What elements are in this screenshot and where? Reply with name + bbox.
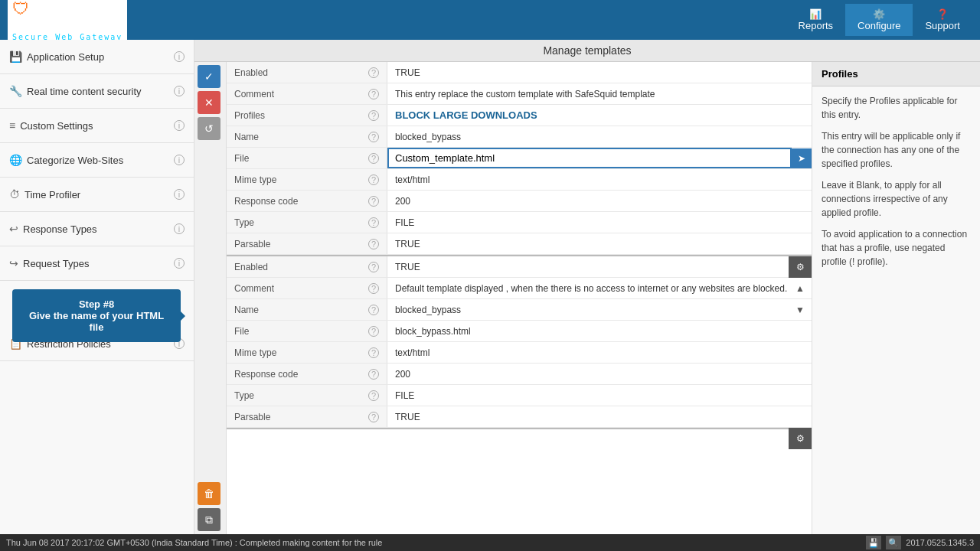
status-bar: Thu Jun 08 2017 20:17:02 GMT+0530 (India… xyxy=(0,534,980,551)
sidebar-item-categorize[interactable]: 🌐 Categorize Web-Sites i xyxy=(0,143,194,178)
sidebar-item-time-profiler[interactable]: ⏱ Time Profiler i xyxy=(0,178,194,212)
nav-reports[interactable]: 📊 Reports xyxy=(786,4,846,36)
type-row-2: Type ? FILE xyxy=(227,385,812,406)
delete-button[interactable]: ✕ xyxy=(198,91,220,114)
entry2-info-btn[interactable]: ⚙ xyxy=(789,428,812,449)
request-types-icon: ↪ xyxy=(9,257,18,269)
delete-entry-button[interactable]: 🗑 xyxy=(198,482,220,505)
name-value-2: blocked_bypass xyxy=(387,299,812,320)
info-icon-categorize[interactable]: i xyxy=(174,155,185,165)
nav-configure[interactable]: ⚙️ Configure xyxy=(845,4,913,36)
enabled-row-2: Enabled ? TRUE xyxy=(227,256,812,278)
name-value-1: blocked_bypass xyxy=(387,126,812,147)
header-nav: 📊 Reports ⚙️ Configure ❓ Support xyxy=(786,4,972,36)
comment-info-icon-1[interactable]: ? xyxy=(368,89,379,99)
name-info-icon-1[interactable]: ? xyxy=(368,132,379,142)
mime-info-icon-2[interactable]: ? xyxy=(368,347,379,358)
file-row-2: File ? block_bypass.html xyxy=(227,321,812,342)
sidebar-item-request-label: Request Types xyxy=(23,258,89,269)
mime-value-1: text/html xyxy=(387,169,812,190)
copy-button[interactable]: ⧉ xyxy=(198,508,220,531)
mime-row-2: Mime type ? text/html xyxy=(227,342,812,364)
parsable-row-1: Parsable ? TRUE xyxy=(227,233,812,255)
time-profiler-icon: ⏱ xyxy=(9,188,20,201)
mime-label-2: Mime type ? xyxy=(227,342,387,363)
info-icon-custom[interactable]: i xyxy=(174,120,185,131)
enabled-info-icon-2[interactable]: ? xyxy=(368,262,379,272)
logo-shield-icon: 🛡 xyxy=(12,0,29,18)
toolbar: ✓ ✕ ↺ 🗑 ⧉ xyxy=(194,62,227,534)
right-panel-para-1: Specify the Profiles applicable for this… xyxy=(822,94,971,122)
response-code-row-2: Response code ? 200 xyxy=(227,364,812,385)
enabled-value-2: TRUE xyxy=(387,256,812,277)
profiles-label-1: Profiles ? xyxy=(227,105,387,126)
logo: 🛡 SafeSquid® Secure Web Gateway xyxy=(8,0,127,43)
add-button[interactable]: ✓ xyxy=(198,65,220,88)
file-input-area-1: ➤ xyxy=(387,148,812,168)
sidebar-item-application-setup-label: Application Setup xyxy=(27,51,104,63)
sidebar-item-response-types[interactable]: ↩ Response Types i xyxy=(0,212,194,246)
entry2-up-btn[interactable]: ▲ xyxy=(789,278,812,299)
table-area: Enabled ? TRUE Comment ? This entry repl… xyxy=(227,62,812,534)
response-code-value-2: 200 xyxy=(387,364,812,384)
refresh-button[interactable]: ↺ xyxy=(198,117,220,140)
response-code-info-icon-1[interactable]: ? xyxy=(368,196,379,207)
table-row: ⚙ ▲ ▼ ⚙ Enabled ? TRUE Comm xyxy=(227,256,812,429)
info-icon-application-setup[interactable]: i xyxy=(174,51,185,62)
enabled-info-icon-1[interactable]: ? xyxy=(368,67,379,78)
info-icon-response[interactable]: i xyxy=(174,223,185,234)
sidebar-item-custom-settings[interactable]: ≡ Custom Settings i xyxy=(0,109,194,143)
sidebar-item-request-types[interactable]: ↪ Request Types i xyxy=(0,246,194,281)
type-label-2: Type ? xyxy=(227,385,387,406)
parsable-row-2: Parsable ? TRUE xyxy=(227,406,812,428)
content-area: Manage templates ✓ ✕ ↺ 🗑 ⧉ Enabled ? xyxy=(194,40,980,534)
realtime-content-icon: 🔧 xyxy=(9,85,22,97)
parsable-info-icon-1[interactable]: ? xyxy=(368,239,379,249)
entry2-settings-btn[interactable]: ⚙ xyxy=(789,256,812,278)
info-icon-request[interactable]: i xyxy=(174,258,185,269)
profiles-info-icon-1[interactable]: ? xyxy=(368,110,379,121)
file-goto-button-1[interactable]: ➤ xyxy=(792,148,812,168)
type-info-icon-1[interactable]: ? xyxy=(368,217,379,228)
sidebar-item-response-label: Response Types xyxy=(23,223,97,235)
tooltip-description: Give the name of your HTML file xyxy=(24,310,168,333)
comment-value-1: This entry replace the custom template w… xyxy=(387,83,812,104)
nav-support[interactable]: ❓ Support xyxy=(913,4,972,36)
profiles-value-1: BLOCK LARGE DOWNLOADS xyxy=(387,105,812,126)
sidebar-item-custom-label: Custom Settings xyxy=(20,120,93,132)
parsable-info-icon-2[interactable]: ? xyxy=(368,412,379,422)
name-info-icon-2[interactable]: ? xyxy=(368,305,379,315)
right-panel-title: Profiles xyxy=(812,62,980,86)
parsable-label-1: Parsable ? xyxy=(227,233,387,254)
nav-support-label: Support xyxy=(925,20,960,31)
file-info-icon-1[interactable]: ? xyxy=(368,153,379,164)
name-row-1: Name ? blocked_bypass xyxy=(227,126,812,148)
type-info-icon-2[interactable]: ? xyxy=(368,390,379,401)
info-icon-realtime[interactable]: i xyxy=(174,86,185,96)
header: 🛡 SafeSquid® Secure Web Gateway 📊 Report… xyxy=(0,0,980,40)
mime-row-1: Mime type ? text/html xyxy=(227,169,812,191)
logo-brand-name: SafeSquid® xyxy=(12,19,122,33)
right-panel-para-2: This entry will be applicable only if th… xyxy=(822,129,971,171)
sidebar-item-realtime-content[interactable]: 🔧 Real time content security i xyxy=(0,74,194,109)
file-input-1[interactable] xyxy=(387,148,792,168)
name-label-1: Name ? xyxy=(227,126,387,147)
comment-label-1: Comment ? xyxy=(227,83,387,104)
response-code-row-1: Response code ? 200 xyxy=(227,191,812,212)
response-code-info-icon-2[interactable]: ? xyxy=(368,369,379,380)
save-status-icon[interactable]: 💾 xyxy=(866,536,881,549)
custom-settings-icon: ≡ xyxy=(9,119,15,132)
info-icon-time[interactable]: i xyxy=(174,189,185,200)
file-info-icon-2[interactable]: ? xyxy=(368,326,379,337)
file-value-2: block_bypass.html xyxy=(387,321,812,341)
configure-icon: ⚙️ xyxy=(873,8,885,20)
comment-info-icon-2[interactable]: ? xyxy=(368,283,379,294)
entry2-down-btn[interactable]: ▼ xyxy=(789,299,812,321)
sidebar-item-application-setup[interactable]: 💾 Application Setup i xyxy=(0,40,194,74)
sidebar-item-categorize-label: Categorize Web-Sites xyxy=(27,155,123,166)
search-status-icon[interactable]: 🔍 xyxy=(886,536,901,549)
mime-info-icon-1[interactable]: ? xyxy=(368,174,379,185)
name-row-2: Name ? blocked_bypass xyxy=(227,299,812,321)
status-right: 💾 🔍 2017.0525.1345.3 xyxy=(866,536,974,549)
right-panel-para-4: To avoid application to a connection tha… xyxy=(822,227,971,269)
